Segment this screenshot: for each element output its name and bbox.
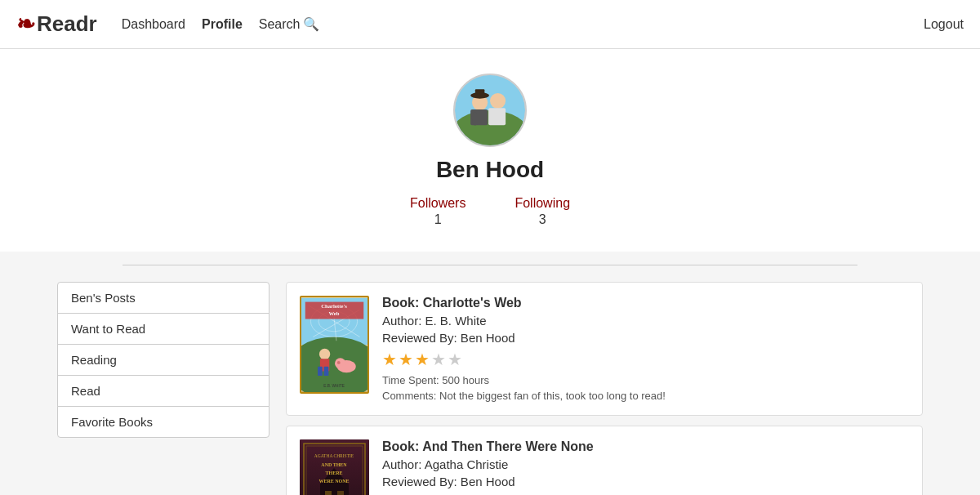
book-card-charlottes-web: Charlotte's Web E.B. WHITE Book: Charlot… bbox=[286, 282, 923, 416]
followers-count: 1 bbox=[434, 212, 442, 227]
profile-section: Ben Hood Followers 1 Following 3 bbox=[0, 49, 980, 252]
avatar-image bbox=[455, 74, 525, 147]
following-count: 3 bbox=[539, 212, 546, 227]
book-details-agatha: Book: And Then There Were None Author: A… bbox=[382, 439, 909, 493]
svg-text:Web: Web bbox=[329, 310, 340, 316]
svg-text:Charlotte's: Charlotte's bbox=[321, 303, 347, 309]
star-1: ★ bbox=[382, 350, 397, 369]
book-cover-agatha: AGATHA CHRISTIE AND THEN THERE WERE NONE… bbox=[300, 439, 369, 495]
book-reviewer-agatha: Reviewed By: Ben Hood bbox=[382, 475, 909, 488]
svg-point-17 bbox=[319, 349, 330, 359]
divider bbox=[122, 265, 858, 265]
sidebar-item-reading[interactable]: Reading bbox=[57, 344, 270, 376]
star-4: ★ bbox=[431, 350, 446, 369]
book-reviewer: Reviewed By: Ben Hood bbox=[382, 331, 909, 345]
nav-dashboard[interactable]: Dashboard bbox=[122, 17, 185, 32]
book-author-agatha: Author: Agatha Christie bbox=[382, 457, 909, 471]
follow-stats: Followers 1 Following 3 bbox=[410, 196, 570, 227]
svg-rect-32 bbox=[320, 484, 349, 495]
book-details-charlottes-web: Book: Charlotte's Web Author: E. B. Whit… bbox=[382, 296, 909, 402]
followers-label[interactable]: Followers bbox=[410, 196, 466, 211]
followers-item: Followers 1 bbox=[410, 196, 466, 227]
book-comments: Comments: Not the biggest fan of this, t… bbox=[382, 390, 909, 402]
svg-text:WERE NONE: WERE NONE bbox=[318, 479, 349, 484]
svg-rect-35 bbox=[337, 491, 344, 495]
logo[interactable]: ❧ Readr bbox=[16, 11, 97, 38]
profile-name: Ben Hood bbox=[436, 157, 544, 183]
book-card-agatha: AGATHA CHRISTIE AND THEN THERE WERE NONE… bbox=[286, 426, 923, 495]
logout-button[interactable]: Logout bbox=[924, 17, 964, 32]
sidebar-item-favorite-books[interactable]: Favorite Books bbox=[57, 406, 270, 438]
star-5: ★ bbox=[448, 350, 462, 369]
svg-rect-20 bbox=[324, 367, 329, 376]
avatar bbox=[453, 74, 527, 147]
svg-point-23 bbox=[337, 361, 341, 364]
svg-text:THERE: THERE bbox=[325, 470, 342, 475]
star-2: ★ bbox=[399, 350, 413, 369]
svg-rect-5 bbox=[475, 89, 484, 96]
book-author: Author: E. B. White bbox=[382, 314, 909, 328]
sidebar-item-bens-posts[interactable]: Ben's Posts bbox=[57, 282, 270, 314]
svg-rect-19 bbox=[318, 367, 323, 376]
following-item: Following 3 bbox=[514, 196, 570, 227]
sidebar: Ben's Posts Want to Read Reading Read Fa… bbox=[57, 282, 270, 495]
nav-profile[interactable]: Profile bbox=[202, 17, 243, 32]
star-rating: ★ ★ ★ ★ ★ bbox=[382, 350, 909, 369]
svg-point-22 bbox=[335, 358, 345, 368]
svg-point-6 bbox=[490, 93, 506, 109]
svg-text:AGATHA CHRISTIE: AGATHA CHRISTIE bbox=[314, 453, 354, 458]
book-cover-charlottes-web: Charlotte's Web E.B. WHITE bbox=[300, 296, 369, 394]
book-list: Charlotte's Web E.B. WHITE Book: Charlot… bbox=[286, 282, 923, 495]
svg-rect-7 bbox=[488, 108, 506, 125]
logo-text: Readr bbox=[37, 11, 97, 37]
book-time: Time Spent: 500 hours bbox=[382, 374, 909, 386]
sidebar-item-want-to-read[interactable]: Want to Read bbox=[57, 313, 270, 345]
svg-text:AND THEN: AND THEN bbox=[321, 462, 347, 467]
search-label: Search bbox=[259, 17, 301, 32]
book-title-agatha: Book: And Then There Were None bbox=[382, 439, 909, 454]
following-label[interactable]: Following bbox=[514, 196, 570, 211]
svg-text:E.B. WHITE: E.B. WHITE bbox=[323, 384, 345, 388]
sidebar-item-read[interactable]: Read bbox=[57, 375, 270, 407]
book-title: Book: Charlotte's Web bbox=[382, 296, 909, 310]
star-3: ★ bbox=[415, 350, 430, 369]
navbar: ❧ Readr Dashboard Profile Search 🔍 Logou… bbox=[0, 0, 980, 49]
nav-search[interactable]: Search 🔍 bbox=[259, 16, 320, 32]
logo-icon: ❧ bbox=[16, 11, 35, 38]
nav-links: Dashboard Profile Search 🔍 bbox=[122, 16, 924, 32]
svg-rect-34 bbox=[325, 491, 332, 495]
main-content: Ben's Posts Want to Read Reading Read Fa… bbox=[41, 282, 939, 495]
search-icon: 🔍 bbox=[303, 16, 319, 32]
